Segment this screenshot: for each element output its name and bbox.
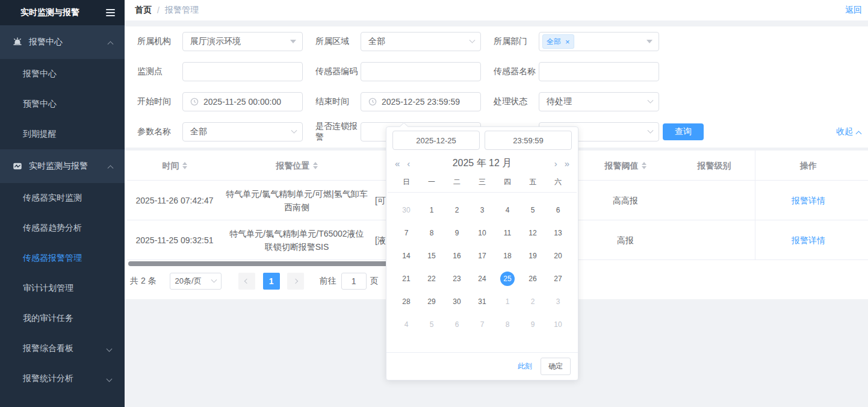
hamburger-icon[interactable] (106, 9, 115, 16)
calendar-day[interactable]: 8 (419, 222, 444, 244)
calendar-day[interactable]: 17 (470, 244, 495, 267)
calendar-day[interactable]: 31 (470, 290, 495, 313)
field-param: 参数名称 全部 (125, 122, 303, 141)
end-time-picker[interactable]: 2025-12-25 23:59:59 (361, 92, 481, 111)
sidebar-item[interactable]: 传感器趋势分析 (0, 213, 125, 243)
sidebar-item[interactable]: 报警统计分析 (0, 364, 125, 394)
prev-year-icon[interactable]: « (395, 159, 400, 168)
breadcrumb-home[interactable]: 首页 (135, 5, 152, 16)
chevron-up-icon (108, 165, 114, 171)
calendar-day[interactable]: 6 (444, 313, 470, 336)
sort-icon[interactable] (642, 162, 646, 169)
prev-page-button[interactable] (238, 273, 255, 290)
param-select[interactable]: 全部 (182, 122, 303, 141)
start-time-picker[interactable]: 2025-11-25 00:00:00 (182, 92, 303, 111)
calendar-day[interactable]: 7 (470, 313, 495, 336)
now-link[interactable]: 此刻 (518, 361, 532, 371)
calendar-day[interactable]: 30 (444, 290, 470, 313)
calendar-day[interactable]: 14 (394, 244, 419, 267)
calendar-day[interactable]: 20 (545, 244, 571, 267)
calendar-day[interactable]: 24 (470, 267, 495, 290)
sidebar-item[interactable]: 我的审计任务 (0, 303, 125, 334)
query-button[interactable]: 查询 (663, 123, 704, 140)
field-sensor-code: 传感器编码 (303, 62, 481, 81)
calendar-day[interactable]: 5 (520, 199, 545, 222)
calendar-day[interactable]: 4 (394, 313, 419, 336)
calendar-day[interactable]: 26 (520, 267, 545, 290)
calendar-day[interactable]: 1 (419, 199, 444, 222)
calendar-day[interactable]: 16 (444, 244, 470, 267)
sensor-name-input[interactable] (539, 62, 659, 81)
calendar-day[interactable]: 6 (545, 199, 571, 222)
calendar-day[interactable]: 13 (545, 222, 571, 244)
confirm-button[interactable]: 确定 (541, 358, 571, 375)
goto-page-input[interactable] (341, 273, 367, 290)
weekday-label: 五 (520, 177, 545, 187)
weekday-label: 二 (444, 177, 470, 187)
collapse-toggle[interactable]: 收起 (836, 126, 861, 137)
calendar-day[interactable]: 22 (419, 267, 444, 290)
chevron-down-icon (648, 127, 654, 133)
calendar-day[interactable]: 9 (444, 222, 470, 244)
calendar-day[interactable]: 3 (545, 290, 571, 313)
calendar-day[interactable]: 9 (520, 313, 545, 336)
col-location[interactable]: 报警位置 (222, 159, 371, 172)
page-size-select[interactable]: 20条/页 (170, 273, 222, 290)
sidebar-item[interactable]: 预警中心 (0, 89, 125, 119)
calendar-day[interactable]: 18 (495, 244, 520, 267)
sort-icon[interactable] (313, 162, 318, 169)
calendar-day[interactable]: 10 (545, 313, 571, 336)
calendar-day[interactable]: 19 (520, 244, 545, 267)
sidebar-item[interactable]: 审计计划管理 (0, 273, 125, 303)
calendar-day[interactable]: 5 (419, 313, 444, 336)
menu-monitor[interactable]: 实时监测与报警 (0, 149, 125, 183)
alarm-detail-link[interactable]: 报警详情 (792, 194, 825, 207)
next-page-button[interactable] (287, 273, 304, 290)
calendar-day[interactable]: 23 (444, 267, 470, 290)
sort-icon[interactable] (182, 162, 187, 169)
back-link[interactable]: 返回 (845, 5, 862, 16)
sidebar-item[interactable]: 传感器实时监测 (0, 183, 125, 213)
col-time[interactable]: 时间 (127, 159, 222, 172)
calendar-day[interactable]: 11 (495, 222, 520, 244)
calendar-day[interactable]: 12 (520, 222, 545, 244)
calendar-day[interactable]: 30 (394, 199, 419, 222)
calendar-day[interactable]: 2 (520, 290, 545, 313)
calendar-day[interactable]: 15 (419, 244, 444, 267)
col-threshold[interactable]: 报警阈值 (577, 159, 674, 172)
org-select[interactable]: 展厅演示环境 (182, 32, 303, 51)
filter-row-1: 所属机构 展厅演示环境 所属区域 全部 所属部门 全部 (125, 26, 868, 57)
calendar-day[interactable]: 8 (495, 313, 520, 336)
page-number-1[interactable]: 1 (263, 273, 280, 290)
sidebar-item[interactable]: 传感器报警管理 (0, 243, 125, 273)
sidebar-item[interactable]: 到期提醒 (0, 119, 125, 149)
sidebar-item[interactable]: 报警综合看板 (0, 334, 125, 364)
calendar-day[interactable]: 7 (394, 222, 419, 244)
chevron-up-icon (856, 131, 862, 137)
calendar-day[interactable]: 27 (545, 267, 571, 290)
calendar-day-selected[interactable]: 25 (495, 267, 520, 290)
caret-down-icon (290, 40, 296, 43)
calendar-day[interactable]: 29 (419, 290, 444, 313)
menu-alarm-center[interactable]: 报警中心 (0, 25, 125, 59)
calendar-day[interactable]: 4 (495, 199, 520, 222)
sensor-code-input[interactable] (361, 62, 481, 81)
picker-time-input[interactable] (485, 131, 572, 150)
picker-date-input[interactable] (392, 131, 480, 150)
tag-close-icon[interactable]: × (565, 37, 570, 46)
calendar-day[interactable]: 28 (394, 290, 419, 313)
point-input[interactable] (182, 62, 303, 81)
next-month-icon[interactable]: › (554, 159, 557, 168)
sidebar-item[interactable]: 报警中心 (0, 59, 125, 89)
alarm-detail-link[interactable]: 报警详情 (792, 234, 825, 247)
area-select[interactable]: 全部 (361, 32, 481, 51)
status-select[interactable]: 待处理 (539, 92, 659, 111)
calendar-day[interactable]: 2 (444, 199, 470, 222)
dept-tag: 全部 × (542, 34, 574, 49)
calendar-day[interactable]: 1 (495, 290, 520, 313)
dept-multiselect[interactable]: 全部 × (539, 32, 659, 51)
calendar-day[interactable]: 10 (470, 222, 495, 244)
next-year-icon[interactable]: » (565, 159, 569, 168)
calendar-day[interactable]: 3 (470, 199, 495, 222)
calendar-day[interactable]: 21 (394, 267, 419, 290)
